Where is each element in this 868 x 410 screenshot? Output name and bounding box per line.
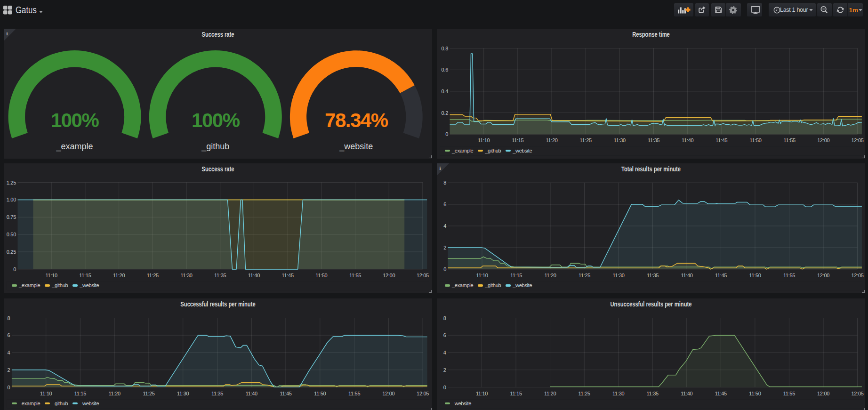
- svg-text:11:25: 11:25: [579, 391, 590, 396]
- svg-text:8: 8: [8, 315, 10, 321]
- svg-text:11:30: 11:30: [614, 137, 626, 143]
- svg-text:11:10: 11:10: [476, 273, 488, 278]
- svg-text:11:45: 11:45: [280, 391, 291, 396]
- svg-text:11:25: 11:25: [147, 273, 159, 278]
- svg-text:11:55: 11:55: [348, 391, 360, 396]
- svg-text:11:55: 11:55: [783, 391, 795, 396]
- svg-text:11:40: 11:40: [681, 391, 692, 396]
- svg-text:11:45: 11:45: [715, 273, 727, 278]
- svg-text:11:40: 11:40: [248, 273, 260, 278]
- svg-text:0.4: 0.4: [442, 88, 449, 94]
- svg-text:11:20: 11:20: [546, 137, 557, 143]
- svg-text:1.25: 1.25: [7, 180, 16, 185]
- svg-text:11:15: 11:15: [510, 391, 522, 396]
- svg-text:0: 0: [445, 131, 448, 137]
- svg-text:2: 2: [443, 245, 446, 250]
- svg-text:11:25: 11:25: [143, 391, 154, 396]
- svg-text:11:55: 11:55: [784, 137, 796, 143]
- svg-text:11:15: 11:15: [79, 273, 91, 278]
- svg-text:0.75: 0.75: [7, 214, 16, 220]
- svg-text:12:00: 12:00: [382, 391, 394, 396]
- svg-text:11:15: 11:15: [510, 273, 522, 278]
- svg-text:11:45: 11:45: [281, 273, 293, 278]
- svg-text:11:30: 11:30: [180, 273, 192, 278]
- svg-text:8: 8: [443, 180, 446, 185]
- svg-text:11:10: 11:10: [46, 273, 57, 278]
- svg-text:6: 6: [8, 332, 10, 338]
- svg-text:12:05: 12:05: [851, 391, 863, 396]
- svg-text:11:55: 11:55: [783, 273, 795, 278]
- svg-text:11:50: 11:50: [315, 273, 327, 278]
- svg-text:11:50: 11:50: [749, 273, 761, 278]
- svg-text:0: 0: [13, 266, 16, 272]
- svg-text:11:20: 11:20: [544, 391, 556, 396]
- svg-text:0: 0: [8, 385, 10, 390]
- svg-text:11:20: 11:20: [113, 273, 125, 278]
- svg-text:6: 6: [443, 201, 446, 207]
- svg-text:11:30: 11:30: [612, 273, 624, 278]
- svg-text:11:50: 11:50: [749, 391, 761, 396]
- svg-text:1.00: 1.00: [7, 197, 16, 202]
- svg-text:4: 4: [443, 223, 446, 229]
- svg-text:2: 2: [443, 367, 446, 373]
- svg-text:11:35: 11:35: [211, 391, 223, 396]
- svg-text:11:40: 11:40: [682, 137, 693, 143]
- svg-text:11:50: 11:50: [749, 137, 761, 143]
- svg-text:12:05: 12:05: [851, 273, 863, 278]
- svg-text:0.50: 0.50: [7, 232, 16, 237]
- svg-text:12:00: 12:00: [383, 273, 395, 278]
- svg-text:11:35: 11:35: [648, 137, 659, 143]
- svg-text:11:10: 11:10: [40, 391, 52, 396]
- svg-text:11:40: 11:40: [681, 273, 692, 278]
- svg-text:12:05: 12:05: [851, 137, 863, 143]
- svg-text:11:15: 11:15: [74, 391, 86, 396]
- svg-text:4: 4: [8, 350, 10, 355]
- svg-text:2: 2: [8, 367, 10, 373]
- svg-text:12:00: 12:00: [817, 391, 829, 396]
- svg-text:12:05: 12:05: [417, 273, 429, 278]
- svg-text:0.2: 0.2: [442, 110, 449, 116]
- svg-text:12:00: 12:00: [817, 273, 829, 278]
- svg-text:11:25: 11:25: [580, 137, 592, 143]
- svg-text:12:05: 12:05: [417, 391, 429, 396]
- svg-text:11:40: 11:40: [246, 391, 257, 396]
- svg-text:11:10: 11:10: [478, 137, 490, 143]
- svg-text:0: 0: [443, 266, 446, 272]
- svg-text:11:15: 11:15: [512, 137, 523, 143]
- svg-text:8: 8: [443, 315, 446, 321]
- svg-text:0.25: 0.25: [7, 249, 16, 255]
- svg-text:0.6: 0.6: [442, 67, 449, 72]
- svg-text:0: 0: [443, 385, 446, 390]
- svg-text:11:35: 11:35: [214, 273, 226, 278]
- svg-text:11:45: 11:45: [715, 137, 727, 143]
- svg-text:0.8: 0.8: [442, 46, 449, 51]
- svg-text:4: 4: [443, 350, 446, 355]
- svg-text:12:00: 12:00: [817, 137, 829, 143]
- svg-text:11:50: 11:50: [314, 391, 326, 396]
- svg-text:11:55: 11:55: [349, 273, 361, 278]
- svg-text:11:35: 11:35: [647, 391, 659, 396]
- svg-text:11:20: 11:20: [109, 391, 121, 396]
- svg-text:6: 6: [443, 332, 446, 338]
- svg-text:11:35: 11:35: [647, 273, 659, 278]
- svg-text:11:45: 11:45: [715, 391, 727, 396]
- svg-text:11:10: 11:10: [476, 391, 488, 396]
- svg-text:11:25: 11:25: [579, 273, 590, 278]
- svg-text:11:30: 11:30: [612, 391, 624, 396]
- svg-text:11:20: 11:20: [544, 273, 556, 278]
- svg-text:11:30: 11:30: [177, 391, 189, 396]
